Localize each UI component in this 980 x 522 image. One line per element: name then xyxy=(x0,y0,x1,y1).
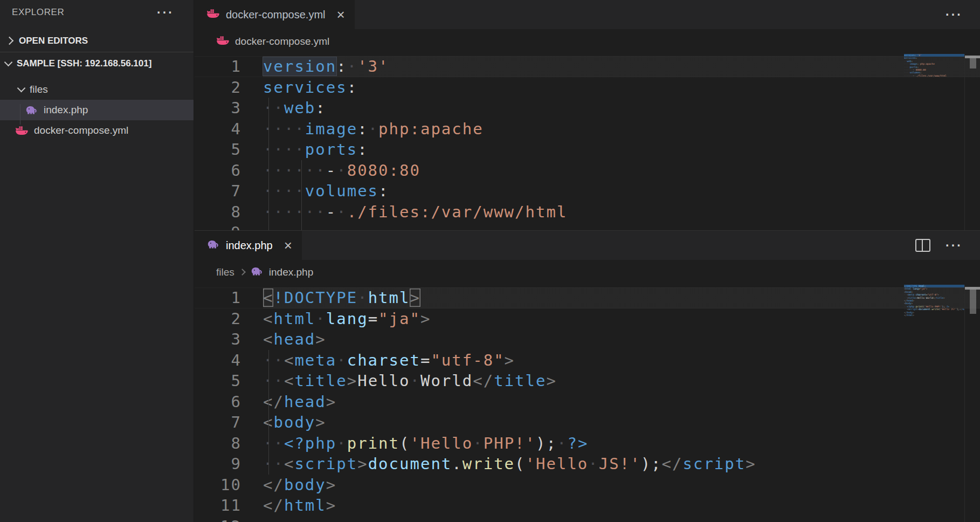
line-number[interactable]: 12 xyxy=(195,516,241,522)
code-line-3[interactable]: 3··web: xyxy=(195,98,980,119)
tab-index-php[interactable]: index.php × xyxy=(195,231,302,260)
code-line-4[interactable]: 4····image:·php:apache xyxy=(195,119,980,140)
close-icon[interactable]: × xyxy=(337,9,345,20)
indent-guide xyxy=(268,98,269,230)
code-editor-index-php[interactable]: 1<!DOCTYPE·html>2<html·lang="ja">3<head>… xyxy=(195,285,980,522)
tabbar-bottom: index.php × ··· xyxy=(195,231,980,260)
overview-ruler xyxy=(964,54,980,230)
tree-item-label: files xyxy=(30,84,48,95)
line-number[interactable]: 10 xyxy=(195,475,241,496)
code-line-9[interactable]: 9··<script>document.write('Hello·JS!');<… xyxy=(195,454,980,475)
breadcrumb-item[interactable]: docker-compose.yml xyxy=(235,36,329,47)
line-text[interactable]: </html> xyxy=(241,495,336,516)
code-line-10[interactable]: 10</body> xyxy=(195,475,980,496)
workspace-section-header[interactable]: SAMPLE [SSH: 192.168.56.101] xyxy=(0,52,194,75)
code-editor-docker-compose[interactable]: 1version:·'3'2services:3··web:4····image… xyxy=(195,54,980,230)
code-line-1[interactable]: 1<!DOCTYPE·html> xyxy=(195,287,980,308)
scrollbar-slider[interactable] xyxy=(970,287,976,314)
line-number[interactable]: 1 xyxy=(195,56,241,77)
line-number[interactable]: 6 xyxy=(195,160,241,181)
code-line-9[interactable]: 9 xyxy=(195,222,980,230)
line-text[interactable]: <body> xyxy=(241,412,326,433)
tree-item-index-php[interactable]: index.php xyxy=(0,100,194,120)
code-line-5[interactable]: 5··<title>Hello·World</title> xyxy=(195,370,980,392)
tab-label: docker-compose.yml xyxy=(226,9,326,21)
minimap[interactable]: version:·'3'services:··web:····image:·ph… xyxy=(904,54,965,80)
minimap[interactable]: <!DOCTYPE·html><html·lang="ja"><head>··<… xyxy=(904,285,965,320)
code-line-8[interactable]: 8······-·./files:/var/www/html xyxy=(195,202,980,223)
chevron-right-icon xyxy=(239,269,246,276)
line-text[interactable]: ··<script>document.write('Hello·JS!');</… xyxy=(241,454,756,475)
line-text[interactable]: <head> xyxy=(241,329,326,350)
code-line-4[interactable]: 4··<meta·charset="utf-8"> xyxy=(195,350,980,371)
editor-area: docker-compose.yml × ··· docker-compose.… xyxy=(195,0,980,522)
line-text[interactable]: ····ports: xyxy=(241,139,368,160)
line-text[interactable]: ····image:·php:apache xyxy=(241,119,484,140)
code-line-7[interactable]: 7····volumes: xyxy=(195,181,980,202)
line-text[interactable]: ······-·./files:/var/www/html xyxy=(241,202,567,223)
code-line-5[interactable]: 5····ports: xyxy=(195,139,980,160)
code-line-2[interactable]: 2<html·lang="ja"> xyxy=(195,308,980,329)
php-icon xyxy=(250,266,264,279)
line-text[interactable] xyxy=(241,516,263,522)
breadcrumb-item-folder[interactable]: files xyxy=(216,266,234,278)
editor-more-actions-button[interactable]: ··· xyxy=(946,12,963,17)
line-number[interactable]: 3 xyxy=(195,98,241,119)
line-text[interactable] xyxy=(241,222,263,230)
line-text[interactable]: ··<?php·print('Hello·PHP!');·?> xyxy=(241,433,588,454)
chevron-down-icon xyxy=(17,84,26,93)
line-text[interactable]: <!DOCTYPE·html> xyxy=(241,287,420,308)
line-number[interactable]: 3 xyxy=(195,329,241,350)
line-number[interactable]: 2 xyxy=(195,308,241,329)
tabbar-top: docker-compose.yml × ··· xyxy=(195,0,980,29)
line-number[interactable]: 5 xyxy=(195,370,241,392)
line-text[interactable]: version:·'3' xyxy=(241,56,389,77)
tree-item-label: index.php xyxy=(44,104,88,116)
line-text[interactable]: ··<meta·charset="utf-8"> xyxy=(241,350,515,371)
line-text[interactable]: ····volumes: xyxy=(241,181,389,202)
line-number[interactable]: 11 xyxy=(195,495,241,516)
tree-item-docker-compose-yml[interactable]: docker-compose.yml xyxy=(0,120,194,141)
line-number[interactable]: 9 xyxy=(195,222,241,230)
editor-more-actions-button[interactable]: ··· xyxy=(946,243,963,248)
close-icon[interactable]: × xyxy=(284,240,292,251)
line-text[interactable]: </body> xyxy=(241,475,336,496)
tree-item-files[interactable]: files xyxy=(0,79,194,100)
editor-group-top: docker-compose.yml × ··· docker-compose.… xyxy=(195,0,980,230)
code-line-12[interactable]: 12 xyxy=(195,516,980,522)
line-text[interactable]: ··<title>Hello·World</title> xyxy=(241,370,557,392)
open-editors-section-header[interactable]: OPEN EDITORS xyxy=(0,30,194,52)
code-line-11[interactable]: 11</html> xyxy=(195,495,980,516)
line-text[interactable]: services: xyxy=(241,77,357,98)
scrollbar-slider[interactable] xyxy=(970,56,976,68)
line-number[interactable]: 8 xyxy=(195,433,241,454)
indent-guide xyxy=(301,160,302,230)
line-number[interactable]: 4 xyxy=(195,350,241,371)
breadcrumb: files index.php xyxy=(195,260,980,285)
code-line-3[interactable]: 3<head> xyxy=(195,329,980,350)
code-line-7[interactable]: 7<body> xyxy=(195,412,980,433)
line-number[interactable]: 5 xyxy=(195,139,241,160)
code-line-6[interactable]: 6······-·8080:80 xyxy=(195,160,980,181)
line-number[interactable]: 7 xyxy=(195,181,241,202)
line-text[interactable]: <html·lang="ja"> xyxy=(241,308,431,329)
workspace-label: SAMPLE [SSH: 192.168.56.101] xyxy=(17,58,151,69)
line-number[interactable]: 6 xyxy=(195,392,241,413)
code-line-6[interactable]: 6</head> xyxy=(195,392,980,413)
line-text[interactable]: </head> xyxy=(241,392,336,413)
line-number[interactable]: 8 xyxy=(195,202,241,223)
code-line-8[interactable]: 8··<?php·print('Hello·PHP!');·?> xyxy=(195,433,980,454)
code-line-1[interactable]: 1version:·'3' xyxy=(195,56,980,77)
explorer-sidebar: EXPLORER ··· OPEN EDITORS SAMPLE [SSH: 1… xyxy=(0,0,194,522)
line-text[interactable]: ··web: xyxy=(241,98,326,119)
explorer-more-actions-button[interactable]: ··· xyxy=(157,10,174,15)
split-editor-icon[interactable] xyxy=(915,239,930,252)
line-number[interactable]: 9 xyxy=(195,454,241,475)
line-number[interactable]: 7 xyxy=(195,412,241,433)
breadcrumb-item-file[interactable]: index.php xyxy=(269,266,313,278)
line-number[interactable]: 2 xyxy=(195,77,241,98)
tab-docker-compose[interactable]: docker-compose.yml × xyxy=(195,0,355,29)
line-number[interactable]: 1 xyxy=(195,287,241,308)
line-number[interactable]: 4 xyxy=(195,119,241,140)
code-line-2[interactable]: 2services: xyxy=(195,77,980,98)
